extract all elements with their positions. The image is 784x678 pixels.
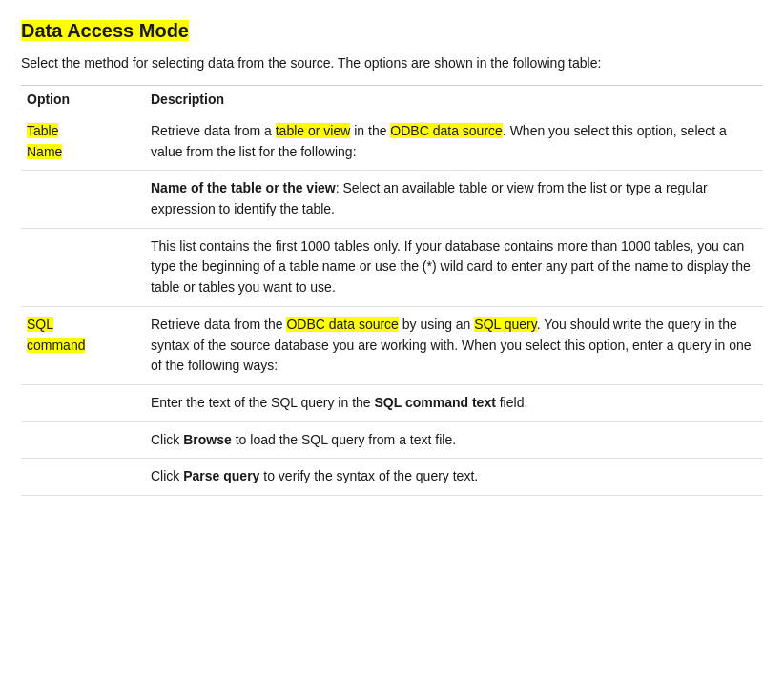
highlight-odbc-datasource-1: ODBC data source: [390, 123, 503, 138]
option-label-table-name: TableName: [27, 123, 62, 159]
desc-cell-sql-sub1: Enter the text of the SQL query in the S…: [145, 384, 763, 421]
table-row: Click Browse to load the SQL query from …: [21, 421, 763, 459]
option-cell-empty-4: [21, 421, 145, 459]
option-cell-empty-3: [21, 384, 145, 421]
bold-label-name-of-table: Name of the table or the view: [151, 180, 336, 195]
table-row: SQLcommand Retrieve data from the ODBC d…: [21, 306, 763, 384]
option-cell-empty-1: [21, 171, 145, 228]
desc-cell-sql-sub2: Click Browse to load the SQL query from …: [145, 421, 763, 459]
table-row: Click Parse query to verify the syntax o…: [21, 459, 763, 496]
bold-browse: Browse: [183, 432, 232, 447]
col-header-description: Description: [145, 86, 763, 113]
bold-sql-command-text: SQL command text: [375, 395, 496, 410]
data-access-table: Option Description TableName Retrieve da…: [21, 85, 763, 496]
table-row: TableName Retrieve data from a table or …: [21, 113, 763, 171]
desc-cell-sql-command: Retrieve data from the ODBC data source …: [145, 306, 763, 384]
col-header-option: Option: [21, 86, 145, 113]
desc-cell-sql-sub3: Click Parse query to verify the syntax o…: [145, 459, 763, 496]
table-row: Name of the table or the view: Select an…: [21, 171, 763, 228]
intro-text: Select the method for selecting data fro…: [21, 53, 763, 73]
highlight-table-or-view: table or view: [276, 123, 351, 138]
table-row: Enter the text of the SQL query in the S…: [21, 384, 763, 421]
option-cell-empty-5: [21, 459, 145, 496]
option-label-sql-command: SQLcommand: [27, 317, 85, 353]
highlight-sql-query: SQL query: [474, 317, 536, 332]
highlight-odbc-datasource-2: ODBC data source: [286, 317, 399, 332]
desc-cell-table-name: Retrieve data from a table or view in th…: [145, 113, 763, 171]
option-cell-empty-2: [21, 228, 145, 306]
page-title: Data Access Mode: [21, 20, 189, 41]
option-cell-sql-command: SQLcommand: [21, 306, 145, 384]
desc-cell-table-name-sub2: This list contains the first 1000 tables…: [145, 228, 763, 306]
table-row: This list contains the first 1000 tables…: [21, 228, 763, 306]
bold-parse-query: Parse query: [183, 468, 259, 483]
desc-cell-table-name-sub1: Name of the table or the view: Select an…: [145, 171, 763, 228]
option-cell-table-name: TableName: [21, 113, 145, 171]
